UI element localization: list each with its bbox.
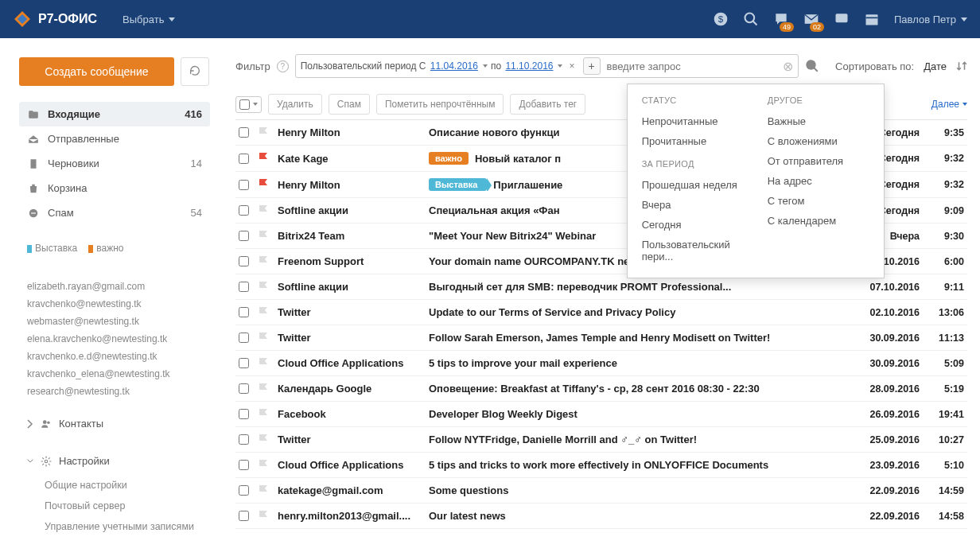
mail-checkbox[interactable] (239, 307, 249, 317)
chat-icon[interactable] (834, 11, 850, 27)
dropdown-item[interactable]: С календарем (768, 211, 869, 231)
account-item[interactable]: kravchenko@newtesting.tk (27, 295, 202, 313)
dropdown-item[interactable]: Важные (768, 111, 869, 131)
mail-checkbox[interactable] (239, 332, 249, 343)
refresh-button[interactable] (181, 57, 209, 86)
mail-checkbox[interactable] (239, 485, 249, 496)
mail-checkbox[interactable] (239, 383, 249, 394)
flag-icon[interactable] (259, 153, 268, 164)
flag-icon[interactable] (259, 256, 268, 267)
tag-label[interactable]: Выставка (35, 243, 77, 254)
tag-label[interactable]: важно (96, 243, 123, 254)
mail-row[interactable]: Cloud Office Applications 5 tips to impr… (235, 351, 967, 376)
mail-row[interactable]: Twitter Follow Sarah Emerson, James Temp… (235, 325, 967, 351)
mail-checkbox[interactable] (239, 409, 249, 419)
flag-icon[interactable] (259, 358, 268, 369)
flag-icon[interactable] (259, 383, 268, 395)
flag-icon[interactable] (259, 127, 268, 138)
mail-row[interactable]: Cloud Office Applications 5 tips and tri… (235, 453, 967, 478)
filter-box[interactable]: Пользовательский период С 11.04.2016 по … (295, 54, 799, 78)
account-item[interactable]: elena.kravchenko@newtesting.tk (27, 330, 202, 348)
mail-checkbox[interactable] (239, 358, 249, 368)
flag-icon[interactable] (259, 511, 268, 522)
flag-icon[interactable] (259, 332, 268, 344)
account-item[interactable]: research@newtesting.tk (27, 383, 202, 400)
dropdown-item[interactable]: Пользовательский пери... (642, 235, 744, 266)
currency-icon[interactable]: $ (713, 11, 729, 27)
dropdown-item[interactable]: С вложениями (768, 131, 869, 151)
mail-checkbox[interactable] (239, 154, 249, 164)
select-all-checkbox[interactable] (235, 96, 262, 113)
mail-checkbox[interactable] (239, 180, 249, 190)
mail-row[interactable]: henry.milton2013@gmail.... Our latest ne… (235, 504, 967, 529)
chip-remove[interactable]: × (569, 60, 574, 72)
flag-icon[interactable] (259, 179, 268, 190)
settings-sub-item[interactable]: Управление учетными записями (45, 516, 210, 537)
mail-checkbox[interactable] (239, 127, 249, 138)
mail-checkbox[interactable] (239, 511, 249, 521)
flag-icon[interactable] (259, 409, 268, 420)
filter-input[interactable] (607, 60, 784, 72)
flag-icon[interactable] (259, 307, 268, 318)
flag-icon[interactable] (259, 231, 268, 242)
flag-icon[interactable] (259, 205, 268, 216)
mail-checkbox[interactable] (239, 256, 249, 266)
settings-section[interactable]: Настройки (19, 447, 210, 475)
mail-checkbox[interactable] (239, 282, 249, 292)
account-item[interactable]: kravchenko_elena@newtesting.tk (27, 365, 202, 383)
account-item[interactable]: elizabeth.rayan@gmail.com (27, 278, 202, 295)
flag-icon[interactable] (259, 485, 268, 496)
add-tag-button[interactable]: Добавить тег (510, 94, 585, 115)
folder-item-0[interactable]: Входящие416 (19, 102, 210, 126)
add-filter-button[interactable]: + (583, 57, 601, 75)
sort-direction-icon[interactable] (956, 60, 967, 72)
date-to-link[interactable]: 11.10.2016 (505, 60, 553, 72)
folder-item-4[interactable]: Спам54 (19, 200, 210, 225)
dropdown-item[interactable]: Вчера (642, 195, 744, 215)
mail-checkbox[interactable] (239, 205, 249, 216)
mail-row[interactable]: Facebook Developer Blog Weekly Digest 26… (235, 402, 967, 427)
more-link[interactable]: Далее (931, 99, 967, 110)
sort-value[interactable]: Дате (924, 60, 947, 72)
flag-icon[interactable] (259, 282, 268, 293)
dropdown-item[interactable]: Сегодня (642, 215, 744, 235)
mail-row[interactable]: Календарь Google Оповещение: Breakfast a… (235, 376, 967, 402)
account-item[interactable]: webmaster@newtesting.tk (27, 313, 202, 330)
mail-checkbox[interactable] (239, 434, 249, 445)
account-item[interactable]: kravchenko.e.d@newtesting.tk (27, 348, 202, 365)
dropdown-item[interactable]: На адрес (768, 171, 869, 191)
flag-icon[interactable] (259, 434, 268, 445)
folder-item-3[interactable]: Корзина (19, 176, 210, 200)
mail-row[interactable]: katekage@gmail.com Some questions 22.09.… (235, 478, 967, 504)
flag-icon[interactable] (259, 460, 268, 471)
brand-logo[interactable]: Р7-ОФИС (13, 10, 97, 29)
folder-item-1[interactable]: Отправленные (19, 126, 210, 151)
spam-button[interactable]: Спам (329, 94, 370, 115)
dropdown-item[interactable]: Прочитанные (642, 131, 744, 151)
chevron-down-icon[interactable] (558, 64, 562, 68)
talk-icon[interactable]: 49 (773, 11, 789, 27)
contacts-section[interactable]: Контакты (19, 410, 210, 438)
dropdown-item[interactable]: Непрочитанные (642, 111, 744, 131)
mail-icon[interactable]: 02 (803, 11, 819, 27)
dropdown-item[interactable]: Прошедшая неделя (642, 175, 744, 195)
dropdown-item[interactable]: С тегом (768, 191, 869, 211)
select-menu[interactable]: Выбрать (122, 14, 175, 25)
mail-checkbox[interactable] (239, 231, 249, 241)
folder-item-2[interactable]: Черновики14 (19, 151, 210, 176)
search-icon[interactable] (743, 11, 759, 27)
calendar-icon[interactable] (864, 11, 880, 27)
chevron-down-icon[interactable] (483, 64, 488, 68)
mail-row[interactable]: Twitter Update to our Terms of Service a… (235, 300, 967, 325)
user-menu[interactable]: Павлов Петр (894, 14, 967, 25)
compose-button[interactable]: Создать сообщение (19, 57, 174, 86)
date-from-link[interactable]: 11.04.2016 (430, 60, 478, 72)
search-icon[interactable] (805, 59, 819, 73)
mail-row[interactable]: Twitter Follow NYTFridge, Danielle Morri… (235, 427, 967, 453)
delete-button[interactable]: Удалить (268, 94, 322, 115)
clear-filter-icon[interactable]: ⊗ (783, 59, 793, 74)
dropdown-item[interactable]: От отправителя (768, 151, 869, 171)
settings-sub-item[interactable]: Почтовый сервер (45, 496, 210, 516)
mail-checkbox[interactable] (239, 460, 249, 470)
help-icon[interactable]: ? (277, 60, 289, 72)
